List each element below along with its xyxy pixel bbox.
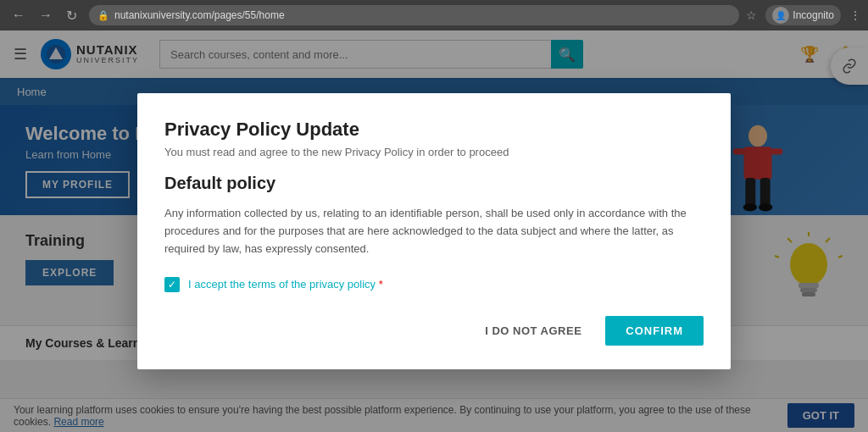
- lock-icon: 🔒: [97, 10, 109, 21]
- checkbox-row: ✓ I accept the terms of the privacy poli…: [164, 277, 704, 292]
- incognito-avatar: 👤: [772, 7, 789, 24]
- nav-buttons: ← → ↻: [7, 6, 82, 25]
- accept-checkbox[interactable]: ✓: [164, 277, 180, 292]
- bookmark-icon[interactable]: ☆: [746, 8, 757, 22]
- confirm-button[interactable]: CONFIRM: [605, 316, 704, 346]
- modal-subtitle: You must read and agree to the new Priva…: [164, 146, 704, 158]
- browser-chrome: ← → ↻ 🔒 nutanixuniversity.com/pages/55/h…: [0, 0, 868, 30]
- checkbox-label: I accept the terms of the privacy policy…: [188, 278, 383, 291]
- modal-actions: I DO NOT AGREE CONFIRM: [164, 316, 704, 346]
- privacy-policy-modal: Privacy Policy Update You must read and …: [137, 93, 731, 368]
- modal-overlay: Privacy Policy Update You must read and …: [0, 30, 868, 432]
- do-not-agree-button[interactable]: I DO NOT AGREE: [471, 318, 595, 344]
- modal-policy-title: Default policy: [164, 174, 704, 193]
- required-marker: *: [379, 278, 383, 291]
- incognito-label: Incognito: [793, 9, 834, 21]
- address-bar[interactable]: 🔒 nutanixuniversity.com/pages/55/home: [89, 5, 739, 25]
- reload-button[interactable]: ↻: [61, 6, 82, 25]
- back-button[interactable]: ←: [7, 6, 31, 25]
- incognito-area: 👤 Incognito: [765, 5, 841, 25]
- modal-title: Privacy Policy Update: [164, 119, 704, 141]
- browser-right: ☆ 👤 Incognito ⋮: [746, 5, 861, 25]
- modal-policy-text: Any information collected by us, relatin…: [164, 205, 704, 258]
- forward-button[interactable]: →: [34, 6, 58, 25]
- browser-menu-icon[interactable]: ⋮: [849, 8, 861, 22]
- url-text: nutanixuniversity.com/pages/55/home: [114, 9, 285, 21]
